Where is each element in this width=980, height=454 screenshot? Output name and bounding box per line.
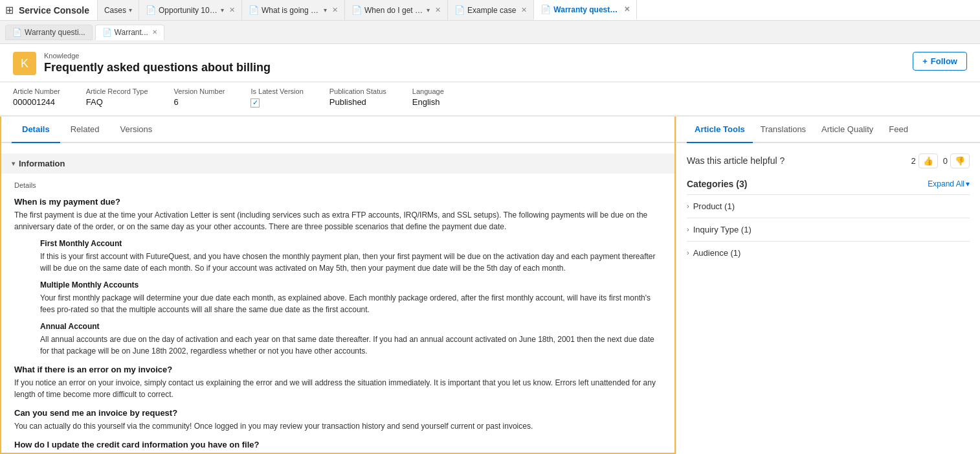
- thumbs-down-button[interactable]: 👎: [950, 153, 970, 168]
- sidebar-tab-translations[interactable]: Translations: [753, 117, 814, 143]
- article-number-label: Article Number: [13, 87, 60, 95]
- thumbs-up-button[interactable]: 👍: [919, 153, 938, 168]
- top-nav: ⊞ Service Console Cases▾📄Opportunity 10 …: [0, 0, 980, 21]
- tab-label-going-on: What is going on wi...: [262, 6, 321, 15]
- category-item-inquiry-type[interactable]: › Inquiry Type (1): [687, 218, 970, 241]
- tab-related[interactable]: Related: [60, 117, 110, 143]
- article-header-text: Knowledge Frequently asked questions abo…: [44, 52, 271, 74]
- follow-button[interactable]: + Follow: [913, 52, 967, 71]
- question-2-heading: What if there is an error on my invoice?: [14, 365, 662, 374]
- article-header-left: K Knowledge Frequently asked questions a…: [13, 52, 271, 75]
- tab-close-opportunity[interactable]: ✕: [229, 6, 235, 14]
- meta-row: Article Number 000001244 Article Record …: [0, 82, 980, 117]
- version-number-value: 6: [174, 97, 225, 107]
- section-label: Information: [19, 159, 65, 168]
- tab-icon-example-case: 📄: [454, 5, 465, 15]
- article-number-value: 000001244: [13, 97, 60, 107]
- top-tab-when-get[interactable]: 📄When do I get my p...▾✕: [344, 0, 448, 20]
- category-chevron-product: ›: [687, 202, 689, 210]
- top-tab-going-on[interactable]: 📄What is going on wi...▾✕: [241, 0, 345, 20]
- thumbs-up-group: 2 👍: [911, 153, 938, 168]
- top-tab-cases[interactable]: Cases▾: [97, 0, 139, 20]
- is-latest-checkbox: ✓: [251, 98, 260, 108]
- article-tabs: Details Related Versions: [1, 117, 674, 143]
- sub-heading-1: First Monthly Account: [14, 239, 662, 248]
- question-3-heading: Can you send me an invoice by request?: [14, 408, 662, 418]
- top-tab-warranty-question[interactable]: 📄Warranty question✕: [533, 0, 637, 20]
- language-value: English: [412, 97, 444, 107]
- top-tab-opportunity[interactable]: 📄Opportunity 10 000...▾✕: [139, 0, 242, 20]
- sub-heading-3: Annual Account: [14, 322, 662, 331]
- sidebar-tab-article-tools[interactable]: Article Tools: [687, 117, 753, 143]
- thumbs-up-count: 2: [911, 156, 916, 166]
- article-header: K Knowledge Frequently asked questions a…: [0, 44, 980, 82]
- app-name: Service Console: [19, 5, 89, 16]
- sidebar-body: Was this article helpful ? 2 👍 0 👎: [676, 143, 980, 275]
- article-type: Knowledge: [44, 52, 271, 60]
- is-latest-label: Is Latest Version: [251, 87, 303, 95]
- categories-header: Categories (3) Expand All ▾: [687, 179, 970, 189]
- tab-dropdown-opportunity[interactable]: ▾: [221, 6, 224, 14]
- sub-tab-warranty-questi[interactable]: 📄Warranty questi...: [5, 25, 93, 40]
- tab-dropdown-cases[interactable]: ▾: [129, 6, 132, 14]
- section-chevron-icon: ▾: [12, 160, 15, 167]
- grid-icon[interactable]: ⊞: [5, 4, 14, 16]
- sub-tab-warrant[interactable]: 📄Warrant...✕: [95, 25, 164, 40]
- plus-icon: +: [922, 56, 928, 66]
- categories-title: Categories (3): [687, 179, 747, 189]
- expand-all-chevron: ▾: [966, 179, 970, 188]
- tab-details[interactable]: Details: [12, 117, 60, 143]
- pub-status-value: Published: [329, 97, 386, 107]
- sub-tab-icon-warrant: 📄: [102, 28, 112, 37]
- details-label: Details: [14, 181, 662, 189]
- sub-tab-label-warrant: Warrant...: [115, 28, 148, 37]
- tab-label-when-get: When do I get my p...: [364, 6, 424, 15]
- sidebar-tab-feed[interactable]: Feed: [881, 117, 916, 143]
- version-number-field: Version Number 6: [174, 87, 225, 108]
- follow-label: Follow: [931, 56, 957, 66]
- tab-icon-warranty-question: 📄: [540, 5, 551, 14]
- tab-dropdown-going-on[interactable]: ▾: [324, 6, 327, 14]
- helpful-label: Was this article helpful ?: [687, 155, 785, 166]
- category-item-audience[interactable]: › Audience (1): [687, 241, 970, 264]
- is-latest-value: ✓: [251, 97, 303, 108]
- sidebar-tab-article-quality[interactable]: Article Quality: [814, 117, 881, 143]
- tab-close-going-on[interactable]: ✕: [332, 6, 338, 14]
- knowledge-icon: K: [21, 57, 28, 71]
- top-tab-example-case[interactable]: 📄Example case✕: [447, 0, 534, 20]
- tab-dropdown-when-get[interactable]: ▾: [427, 6, 430, 14]
- record-type-field: Article Record Type FAQ: [86, 87, 148, 108]
- category-item-product[interactable]: › Product (1): [687, 194, 970, 218]
- thumbs-down-group: 0 👎: [943, 153, 970, 168]
- tab-icon-opportunity: 📄: [146, 5, 156, 15]
- version-number-label: Version Number: [174, 87, 225, 95]
- knowledge-icon-box: K: [13, 52, 36, 75]
- sub-para-2: Your first monthly package will determin…: [14, 292, 662, 315]
- tab-label-opportunity: Opportunity 10 000...: [159, 6, 218, 15]
- article-body: ▾ Information Details When is my payment…: [1, 143, 674, 455]
- tab-versions[interactable]: Versions: [109, 117, 162, 143]
- thumbs-down-count: 0: [943, 156, 948, 166]
- pub-status-field: Publication Status Published: [329, 87, 386, 108]
- question-2-para: If you notice an error on your invoice, …: [14, 377, 662, 400]
- tab-close-warranty-question[interactable]: ✕: [624, 5, 630, 14]
- language-field: Language English: [412, 87, 444, 108]
- expand-all-button[interactable]: Expand All ▾: [928, 179, 970, 188]
- category-chevron-audience: ›: [687, 249, 689, 256]
- section-header[interactable]: ▾ Information: [1, 153, 674, 174]
- question-4-heading: How do I update the credit card informat…: [14, 440, 662, 449]
- question-1-heading: When is my payment due?: [14, 197, 662, 207]
- tab-label-warranty-question: Warranty question: [553, 5, 619, 14]
- category-product-label: Product (1): [693, 201, 735, 211]
- sub-tab-close-warrant[interactable]: ✕: [152, 28, 157, 36]
- category-audience-label: Audience (1): [693, 248, 741, 258]
- sub-heading-2: Multiple Monthly Accounts: [14, 280, 662, 289]
- sub-tab-label-warranty-questi: Warranty questi...: [25, 28, 85, 37]
- main-area: K Knowledge Frequently asked questions a…: [0, 44, 980, 454]
- record-type-value: FAQ: [86, 97, 148, 107]
- tab-icon-when-get: 📄: [351, 5, 362, 15]
- is-latest-field: Is Latest Version ✓: [251, 87, 303, 108]
- tab-close-example-case[interactable]: ✕: [521, 6, 527, 14]
- record-type-label: Article Record Type: [86, 87, 148, 95]
- tab-close-when-get[interactable]: ✕: [435, 6, 441, 14]
